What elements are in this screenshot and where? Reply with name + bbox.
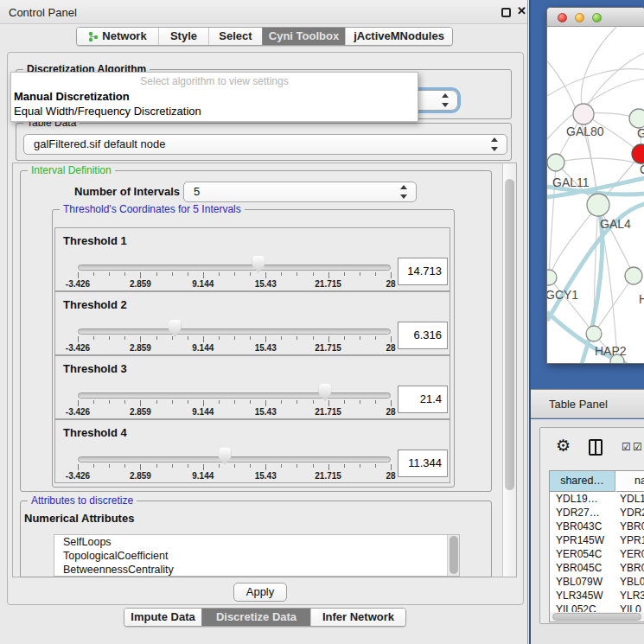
scrollbar-thumb[interactable] [552,613,641,621]
threshold-slider[interactable]: -3.4262.8599.14415.4321.71528 [78,356,391,420]
tab-impute-data[interactable]: Impute Data [124,609,201,626]
bottom-tab-bar: Impute Data Discretize Data Infer Networ… [124,608,406,627]
horizontal-scrollbar[interactable] [550,612,644,622]
dropdown-hint: Select algorithm to view settings [11,75,418,87]
float-window-icon[interactable] [501,8,511,17]
threshold-value-field[interactable]: 11.344 [398,450,448,477]
slider-ticks [78,464,391,471]
attributes-group: Attributes to discretize Numerical Attri… [20,501,492,577]
table-panel: ⚙ ☑ ☑ shared… na YDL19…YDL1YDR27…YDR2YBR… [531,419,644,644]
slider-tick-labels: -3.4262.8599.14415.4321.71528 [78,343,391,354]
slider-tick-labels: -3.4262.8599.14415.4321.71528 [78,471,391,481]
scrollbar-thumb[interactable] [505,179,514,490]
table-row[interactable]: YPR145WYPR1 [550,533,644,547]
control-panel: Control Panel ✕ Network Style Select Cyn… [0,0,528,644]
threshold-slider[interactable]: -3.4262.8599.14415.4321.71528 [78,292,391,356]
dropdown-option-manual[interactable]: Manual Discretization [13,90,418,103]
node-gcy1[interactable] [547,270,557,285]
panel-title: Control Panel [9,6,77,19]
numerical-attributes-label: Numerical Attributes [24,512,134,525]
vertical-scrollbar[interactable] [502,163,516,577]
svg-text:HAP2: HAP2 [595,344,627,358]
table-row[interactable]: YBL079WYBL0 [550,575,644,589]
tab-select[interactable]: Select [208,28,262,45]
zoom-traffic-light-icon[interactable] [592,13,602,22]
list-item[interactable]: BetweennessCentrality [54,563,459,577]
table-data-combobox[interactable]: galFiltered.sif default node [23,134,507,155]
table-row[interactable]: YER054CYER0 [550,547,644,561]
threshold-value-field[interactable]: 21.4 [398,386,448,413]
apply-button[interactable]: Apply [233,583,287,602]
number-of-intervals-combobox[interactable]: 5 [183,182,417,202]
slider-track[interactable] [78,392,391,399]
network-canvas[interactable]: GAL80 G C GAL11 GAL4 GCY1 H HAP2 [547,27,644,364]
svg-text:GAL4: GAL4 [600,217,631,231]
table-row[interactable]: YDL19…YDL1 [550,492,644,506]
slider-track[interactable] [78,265,391,271]
settings-scrollpane: Interval Definition Number of Intervals … [12,163,517,577]
table-row[interactable]: YLR345WYLR3 [550,589,644,603]
column-layout-icon[interactable] [589,439,603,456]
node-gal11[interactable] [547,154,564,171]
tab-cyni-toolbox[interactable]: Cyni Toolbox [262,28,345,45]
checkbox-icon[interactable]: ☑ [622,441,631,453]
group-title: Threshold's Coordinates for 5 Intervals [60,203,245,215]
scrollbar-thumb[interactable] [450,536,458,574]
spinner-arrows-icon [491,135,499,154]
network-view-window: GAL80 G C GAL11 GAL4 GCY1 H HAP2 [546,7,644,364]
table-row[interactable]: YDR27…YDR2 [550,506,644,520]
threshold-value-field[interactable]: 6.316 [398,322,448,349]
checkbox-icon[interactable]: ☑ [633,441,642,453]
dropdown-option-equal-width[interactable]: Equal Width/Frequency Discretization [13,105,418,118]
table-panel-title: Table Panel [549,398,608,411]
close-icon[interactable]: ✕ [517,4,526,17]
column-header-shared[interactable]: shared… [550,471,615,492]
threshold-panel: Threshold 4-3.4262.8599.14415.4321.71528… [54,419,450,483]
cytoscape-desktop: GAL80 G C GAL11 GAL4 GCY1 H HAP2 Table P… [529,0,644,644]
threshold-panel: Threshold 3-3.4262.8599.14415.4321.71528… [54,355,450,419]
threshold-value-field[interactable]: 14.713 [398,258,448,285]
slider-ticks [78,336,391,343]
node-attribute-table[interactable]: shared… na YDL19…YDL1YDR27…YDR2YBR043CYB… [549,470,644,622]
top-tab-bar: Network Style Select Cyni Toolbox jActiv… [76,27,453,46]
table-row[interactable]: YBR043CYBR0 [550,520,644,533]
slider-handle-icon[interactable] [169,320,182,337]
close-traffic-light-icon[interactable] [558,13,567,22]
node-hap2[interactable] [586,326,602,341]
svg-text:GAL80: GAL80 [566,124,604,138]
threshold-panel: Threshold 2-3.4262.8599.14415.4321.71528… [54,291,450,355]
tab-style[interactable]: Style [158,28,208,45]
table-panel-container: ⚙ ☑ ☑ shared… na YDL19…YDL1YDR27…YDR2YBR… [539,427,644,624]
column-header-name[interactable]: na [616,471,644,492]
tab-jactivemnodules[interactable]: jActiveMNodules [345,28,452,45]
slider-track[interactable] [78,328,391,335]
group-title: Interval Definition [28,164,115,176]
table-row[interactable]: YBR045CYBR0 [550,561,644,575]
node-gal4[interactable] [587,194,609,216]
slider-handle-icon[interactable] [252,256,265,273]
list-scrollbar[interactable] [447,535,459,576]
number-of-intervals-label: Number of Intervals [74,185,180,198]
slider-track[interactable] [78,456,391,462]
slider-handle-icon[interactable] [318,384,331,401]
threshold-panel: Threshold 1-3.4262.8599.14415.4321.71528… [54,227,450,291]
threshold-slider[interactable]: -3.4262.8599.14415.4321.71528 [78,228,391,292]
network-window-titlebar[interactable] [547,8,644,27]
node-gal80[interactable] [573,104,594,124]
list-item[interactable]: SelfLoops [54,535,459,549]
gear-icon[interactable]: ⚙ [556,436,571,456]
spinner-arrows-icon [400,182,408,201]
node-h[interactable] [625,267,642,284]
slider-ticks [78,400,391,407]
tab-network[interactable]: Network [77,28,158,45]
slider-handle-icon[interactable] [219,448,232,465]
tab-discretize-data[interactable]: Discretize Data [201,609,310,626]
tab-infer-network[interactable]: Infer Network [310,609,405,626]
threshold-slider[interactable]: -3.4262.8599.14415.4321.71528 [78,420,391,484]
slider-tick-labels: -3.4262.8599.14415.4321.71528 [78,407,391,418]
numerical-attributes-list[interactable]: SelfLoops TopologicalCoefficient Between… [54,534,460,577]
node-g[interactable] [629,109,644,128]
minimize-traffic-light-icon[interactable] [575,13,584,22]
list-item[interactable]: TopologicalCoefficient [54,549,459,563]
svg-text:C: C [640,163,644,176]
